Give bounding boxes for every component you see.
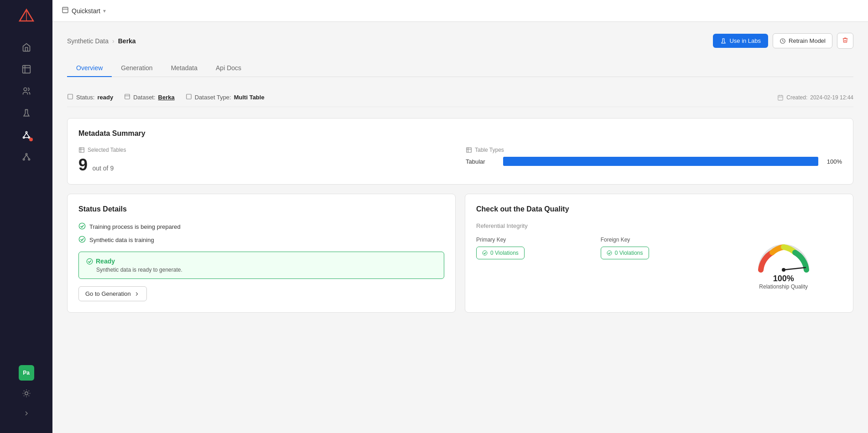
tab-metadata[interactable]: Metadata [162, 60, 207, 77]
selected-tables-count: 9 [78, 155, 88, 174]
step-2-icon [78, 236, 86, 244]
created-label: Created: [786, 94, 807, 101]
sidebar-item-datasets[interactable] [17, 60, 36, 78]
topbar-title: Quickstart ▾ [62, 6, 106, 15]
status-steps: Training process is being prepared Synth… [78, 222, 444, 244]
page-header: Synthetic Data › Berka Use in Labs Retra… [67, 33, 853, 49]
foreign-key-group: Foreign Key 0 Violations [601, 237, 718, 259]
primary-key-label: Primary Key [476, 237, 593, 243]
metadata-summary-title: Metadata Summary [78, 129, 842, 138]
logo [17, 7, 36, 27]
go-to-generation-button[interactable]: Go to Generation [78, 286, 147, 301]
topbar-icon [62, 6, 69, 15]
topbar: Quickstart ▾ [52, 0, 868, 22]
table-type-pct: 100% [824, 158, 842, 165]
svg-point-19 [25, 392, 28, 395]
tab-overview[interactable]: Overview [67, 60, 112, 77]
foreign-key-badge: 0 Violations [601, 247, 649, 259]
step-1: Training process is being prepared [78, 222, 444, 231]
gauge-percent: 100% [773, 274, 794, 284]
active-badge [29, 138, 33, 141]
svg-rect-20 [62, 7, 68, 13]
sidebar-item-debug[interactable] [17, 384, 36, 402]
gauge-container: 100% Relationship Quality [725, 237, 842, 290]
metadata-summary-card: Metadata Summary Selected Tables 9 out o… [67, 118, 853, 185]
svg-point-39 [87, 258, 93, 264]
svg-line-18 [26, 155, 29, 159]
sidebar-item-home[interactable] [17, 38, 36, 57]
selected-tables-label: Selected Tables [78, 147, 455, 153]
main-area: Quickstart ▾ Synthetic Data › Berka Use … [52, 0, 868, 433]
table-types-label: Table Types [466, 147, 842, 153]
status-item-dataset: Dataset: Berka [124, 93, 175, 101]
step-1-icon [78, 222, 86, 231]
dataset-icon [124, 93, 130, 101]
selected-tables-count-row: 9 out of 9 [78, 157, 455, 173]
primary-key-badge: 0 Violations [476, 247, 525, 259]
breadcrumb-current: Berka [118, 37, 136, 45]
data-quality-title: Check out the Data Quality [476, 205, 842, 213]
svg-rect-24 [125, 94, 130, 99]
ready-subtitle: Synthetic data is ready to generate. [86, 267, 437, 273]
topbar-chevron-icon[interactable]: ▾ [103, 8, 106, 14]
sidebar-item-lab[interactable] [17, 104, 36, 122]
dataset-type-icon [186, 93, 192, 101]
tab-generation[interactable]: Generation [112, 60, 161, 77]
status-bar: Status: ready Dataset: Berka Dataset Typ… [67, 88, 853, 107]
retrain-model-button[interactable]: Retrain Model [773, 33, 832, 48]
gauge-chart [754, 240, 813, 272]
breadcrumb-parent[interactable]: Synthetic Data [67, 37, 109, 45]
svg-rect-3 [22, 66, 30, 73]
sidebar-item-synthetic[interactable] [17, 126, 36, 144]
svg-point-8 [26, 132, 27, 133]
tab-api-docs[interactable]: Api Docs [207, 60, 250, 77]
selected-tables-suffix: out of 9 [92, 165, 114, 172]
user-avatar[interactable]: Pa [19, 365, 34, 381]
status-item-dataset-type: Dataset Type: Multi Table [186, 93, 265, 101]
ready-title: Ready [86, 258, 437, 265]
use-in-labs-button[interactable]: Use in Labs [713, 34, 768, 48]
header-actions: Use in Labs Retrain Model [713, 33, 853, 49]
table-types-section: Table Types Tabular 100% [466, 147, 842, 173]
svg-point-6 [24, 88, 27, 91]
svg-point-38 [79, 236, 85, 242]
step-2-label: Synthetic data is training [89, 237, 154, 243]
sidebar-item-relationships[interactable] [17, 148, 36, 166]
violations-section: Primary Key 0 Violations Foreign Key 0 V… [476, 237, 842, 290]
svg-point-37 [79, 223, 85, 229]
svg-line-11 [24, 133, 26, 137]
step-1-label: Training process is being prepared [89, 223, 181, 230]
breadcrumb: Synthetic Data › Berka [67, 37, 136, 45]
breadcrumb-separator: › [112, 37, 114, 45]
delete-button[interactable] [837, 33, 853, 49]
table-types-row: Tabular 100% [466, 157, 842, 166]
svg-point-15 [23, 159, 24, 160]
metadata-grid: Selected Tables 9 out of 9 Table Types T… [78, 147, 842, 173]
tabs: Overview Generation Metadata Api Docs [67, 60, 853, 77]
svg-rect-27 [778, 95, 783, 100]
svg-rect-34 [467, 148, 472, 153]
svg-point-40 [483, 251, 487, 255]
status-details-card: Status Details Training process is being… [67, 194, 456, 313]
content-area: Synthetic Data › Berka Use in Labs Retra… [52, 22, 868, 433]
sidebar: Pa [0, 0, 52, 433]
selected-tables-section: Selected Tables 9 out of 9 [78, 147, 455, 173]
data-quality-subtitle: Referential Integrity [476, 222, 842, 229]
sidebar-expand-button[interactable] [19, 406, 34, 422]
sidebar-bottom: Pa [17, 365, 36, 426]
primary-key-group: Primary Key 0 Violations [476, 237, 593, 259]
ready-box: Ready Synthetic data is ready to generat… [78, 252, 444, 279]
sidebar-item-people[interactable] [17, 82, 36, 100]
bottom-grid: Status Details Training process is being… [67, 194, 853, 322]
status-icon [67, 93, 73, 101]
svg-line-42 [784, 268, 806, 270]
table-type-name: Tabular [466, 158, 498, 165]
created-value: 2024-02-19 12:44 [810, 94, 853, 101]
gauge-description: Relationship Quality [759, 284, 808, 290]
svg-rect-26 [186, 94, 191, 99]
svg-rect-31 [79, 148, 84, 153]
table-type-bar-track [503, 157, 818, 166]
table-type-bar-fill [503, 157, 818, 166]
status-item-status: Status: ready [67, 93, 113, 101]
svg-line-12 [26, 133, 29, 137]
